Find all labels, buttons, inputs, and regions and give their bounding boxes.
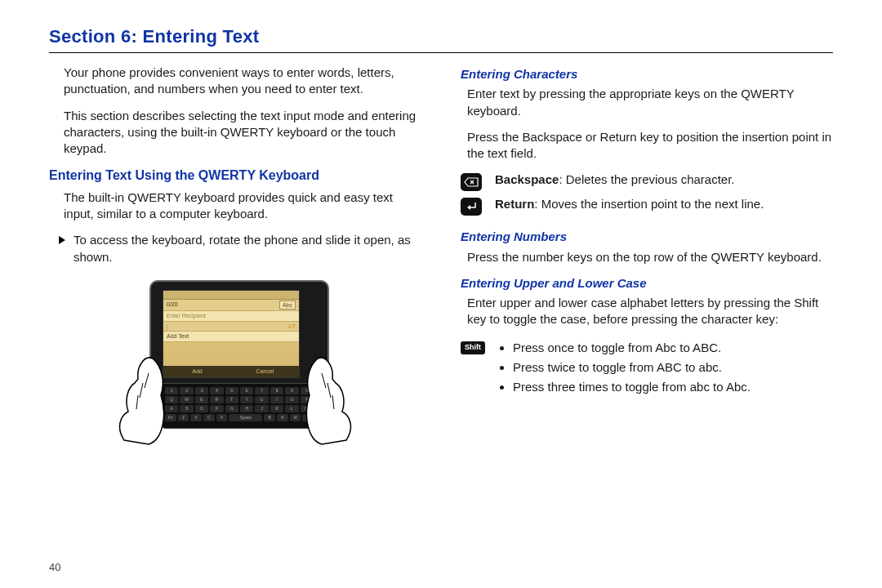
kb-key: 3 <box>195 387 208 394</box>
kb-key: 4 <box>210 387 223 394</box>
chars-p2: Press the Backspace or Return key to pos… <box>467 129 833 163</box>
intro-paragraph-2: This section describes selecting the tex… <box>64 108 421 158</box>
case-p: Enter upper and lower case alphabet lett… <box>467 295 833 328</box>
subheading-entering-characters: Entering Characters <box>461 66 833 82</box>
section-title: Section 6: Entering Text <box>49 26 833 47</box>
shift-bullets: Press once to toggle from Abc to ABC. Pr… <box>498 340 833 399</box>
screen-fraction: 1/7 <box>287 323 296 330</box>
shift-bullet-1: Press once to toggle from Abc to ABC. <box>513 340 833 356</box>
hand-left-icon <box>104 350 169 448</box>
kb-key: 8 <box>270 387 283 394</box>
kb-key: D <box>195 405 208 412</box>
screen-cursor: | <box>167 323 168 330</box>
right-column: Entering Characters Enter text by pressi… <box>461 65 833 445</box>
kb-key: U <box>255 396 268 403</box>
kb-key: C <box>203 414 215 421</box>
kb-key: H <box>240 405 253 412</box>
kb-key: L <box>285 405 298 412</box>
shift-key-icon: Shift <box>461 341 485 354</box>
shift-row: Shift Press once to toggle from Abc to A… <box>461 338 833 399</box>
backspace-label: Backspace <box>495 172 559 186</box>
kb-key: Z <box>178 414 189 421</box>
kb-key: I <box>270 396 283 403</box>
kb-key: J <box>255 405 268 412</box>
kb-key: 7 <box>255 387 268 394</box>
return-text: Return: Moves the insertion point to the… <box>495 196 833 212</box>
kb-key: M <box>290 414 301 421</box>
subheading-upper-lower: Entering Upper and Lower Case <box>461 275 833 292</box>
subheading-qwerty: Entering Text Using the QWERTY Keyboard <box>49 167 421 185</box>
nums-p: Press the number keys on the top row of … <box>467 249 833 265</box>
screen-addtext: Add Text <box>167 332 189 340</box>
kb-key: 2 <box>180 387 193 394</box>
step-access-keyboard: To access the keyboard, rotate the phone… <box>59 232 421 265</box>
return-label: Return <box>495 197 534 211</box>
kb-key: S <box>180 405 193 412</box>
kb-space: Space <box>229 414 262 421</box>
screen-recipient-placeholder: Enter Recipient <box>167 312 206 319</box>
phone-keyboard: 1 2 3 4 5 6 7 8 9 0 Q W E <box>159 383 319 429</box>
kb-key: X <box>190 414 202 421</box>
screen-btn-add: Add <box>163 366 231 377</box>
backspace-text: Backspace: Deletes the previous characte… <box>495 172 833 188</box>
return-row: Return: Moves the insertion point to the… <box>461 196 833 216</box>
kb-key: E <box>195 396 208 403</box>
phone-screen: 0/20 Abc Enter Recipient | 1/7 Add Te <box>163 290 300 378</box>
return-desc: : Moves the insertion point to the next … <box>534 197 764 211</box>
screen-counter: 0/20 <box>167 301 178 310</box>
kb-key: Y <box>240 396 253 403</box>
intro-paragraph-1: Your phone provides convenient ways to e… <box>64 65 421 98</box>
left-column: Your phone provides convenient ways to e… <box>49 65 421 445</box>
shift-bullet-2: Press twice to toggle from ABC to abc. <box>513 359 833 376</box>
kb-key: W <box>180 396 193 403</box>
step-text: To access the keyboard, rotate the phone… <box>74 232 421 265</box>
kb-key: B <box>264 414 275 421</box>
kb-key: T <box>225 396 238 403</box>
kb-key: R <box>210 396 223 403</box>
backspace-row: Backspace: Deletes the previous characte… <box>461 172 833 191</box>
kb-key: K <box>270 405 283 412</box>
screen-mode-abc: Abc <box>279 301 296 310</box>
kb-key: N <box>277 414 288 421</box>
kb-key: G <box>225 405 238 412</box>
step-bullet-icon <box>59 236 65 244</box>
shift-bullet-3: Press three times to toggle from abc to … <box>513 379 833 395</box>
title-rule <box>49 52 833 53</box>
kb-key: V <box>216 414 228 421</box>
kb-key: 5 <box>225 387 238 394</box>
phone-illustration: 0/20 Abc Enter Recipient | 1/7 Add Te <box>109 274 362 445</box>
kb-key: F <box>210 405 223 412</box>
hand-right-icon <box>301 350 367 448</box>
qwerty-body: The built-in QWERTY keyboard provides qu… <box>64 189 421 223</box>
kb-key: O <box>285 396 298 403</box>
return-key-icon <box>461 198 482 216</box>
kb-key: 9 <box>285 387 298 394</box>
backspace-key-icon <box>461 173 482 191</box>
chars-p1: Enter text by pressing the appropriate k… <box>467 86 833 119</box>
screen-btn-cancel: Cancel <box>231 366 299 377</box>
kb-key: 6 <box>240 387 253 394</box>
two-column-layout: Your phone provides convenient ways to e… <box>49 65 833 445</box>
page-number: 40 <box>49 561 60 573</box>
backspace-desc: : Deletes the previous character. <box>559 172 734 186</box>
subheading-entering-numbers: Entering Numbers <box>461 229 833 245</box>
